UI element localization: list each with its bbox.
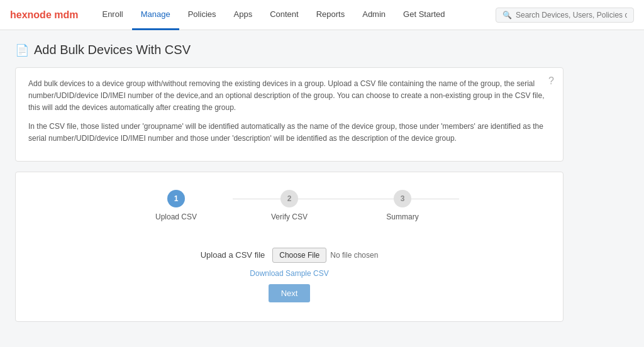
description-text-2: In the CSV file, those listed under 'gro…	[28, 121, 550, 145]
nav-admin[interactable]: Admin	[353, 0, 394, 30]
nav-policies[interactable]: Policies	[179, 0, 225, 30]
step-3: 3 Summary	[346, 190, 459, 221]
no-file-text: No file chosen	[330, 251, 378, 260]
nav-apps[interactable]: Apps	[225, 0, 262, 30]
nav-links: Enroll Manage Policies Apps Content Repo…	[93, 0, 496, 30]
step-1-label: Upload CSV	[155, 212, 197, 221]
description-card: Add bulk devices to a device group with/…	[15, 67, 564, 162]
download-sample-link[interactable]: Download Sample CSV	[250, 269, 328, 278]
search-bar: 🔍	[496, 8, 634, 23]
file-csv-icon: 📄	[15, 43, 29, 57]
form-area: Upload a CSV file Choose File No file ch…	[28, 241, 550, 309]
search-icon: 🔍	[502, 11, 512, 19]
nav-manage[interactable]: Manage	[132, 0, 179, 30]
step-1: 1 Upload CSV	[119, 190, 233, 221]
help-icon[interactable]: ?	[548, 75, 554, 87]
file-upload-label: Upload a CSV file	[201, 250, 265, 260]
page-title-wrap: 📄 Add Bulk Devices With CSV	[15, 43, 564, 57]
nav-reports[interactable]: Reports	[308, 0, 354, 30]
page-title: Add Bulk Devices With CSV	[34, 43, 191, 57]
step-2-number: 2	[280, 190, 298, 207]
step-2: 2 Verify CSV	[233, 190, 346, 221]
file-input-wrapper: Choose File No file chosen	[272, 248, 378, 263]
brand-name: hexnode mdm	[10, 9, 78, 20]
next-button[interactable]: Next	[269, 284, 311, 302]
nav-get-started[interactable]: Get Started	[394, 0, 453, 30]
step-1-number: 1	[167, 190, 185, 207]
nav-content[interactable]: Content	[261, 0, 308, 30]
description-text-1: Add bulk devices to a device group with/…	[28, 78, 550, 114]
main-content: 📄 Add Bulk Devices With CSV Add bulk dev…	[0, 30, 579, 334]
nav-enroll[interactable]: Enroll	[93, 0, 131, 30]
search-input[interactable]	[516, 11, 627, 19]
step-2-label: Verify CSV	[271, 212, 308, 221]
steps-card: 1 Upload CSV 2 Verify CSV 3 Summary Uplo…	[15, 172, 564, 322]
step-3-number: 3	[394, 190, 411, 207]
choose-file-button[interactable]: Choose File	[272, 248, 326, 263]
step-3-label: Summary	[386, 212, 418, 221]
navbar: hexnode mdm Enroll Manage Policies Apps …	[0, 0, 644, 30]
brand-logo: hexnode mdm	[10, 9, 78, 21]
file-upload-row: Upload a CSV file Choose File No file ch…	[201, 248, 379, 263]
